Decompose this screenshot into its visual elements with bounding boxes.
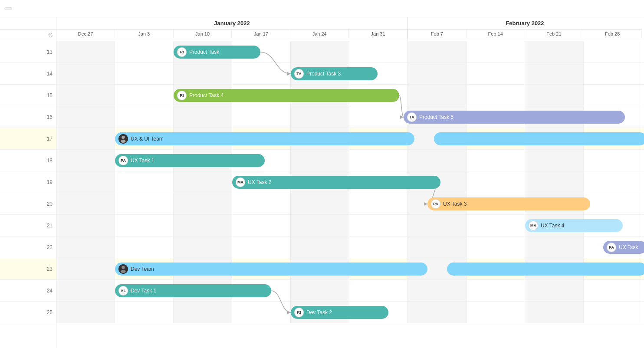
week-label: Jan 3 (115, 30, 174, 38)
grid-cell (291, 171, 349, 193)
grid-cell (525, 193, 584, 214)
grid-cell (232, 302, 291, 323)
row-number: 14 (0, 63, 56, 85)
grid-cell (408, 106, 467, 128)
grid-cell (291, 150, 349, 171)
grid-cell (56, 150, 115, 171)
row-number: 23 (0, 258, 56, 280)
grid-cell (525, 41, 584, 62)
week-label: Feb 21 (525, 30, 584, 38)
grid-cell (291, 106, 349, 128)
grid-cell (232, 236, 291, 258)
grid-cell (232, 258, 291, 279)
grid-cell (291, 258, 349, 279)
row-number: 15 (0, 85, 56, 106)
week-label: Jan 17 (232, 30, 290, 38)
grid-cell (291, 85, 349, 106)
app-header (0, 0, 644, 17)
week-label: Jan 31 (349, 30, 407, 38)
row-number: 22 (0, 236, 56, 258)
row-labels: 13141516171819202122232425 (0, 41, 56, 348)
week-label: Feb 7 (408, 30, 467, 38)
week-label: Dec 27 (56, 30, 115, 38)
grid-cell (291, 128, 349, 149)
grid-cell (115, 193, 174, 214)
grid-cell (467, 193, 525, 214)
grid-cell (467, 258, 525, 279)
grid-cell (115, 258, 174, 279)
grid-cell (174, 128, 232, 149)
grid-row (56, 280, 644, 302)
grid-cell (291, 41, 349, 62)
grid-cell (525, 236, 584, 258)
grid-cell (349, 63, 408, 84)
grid-cell (174, 193, 232, 214)
grid-cell (174, 63, 232, 84)
grid-cell (115, 215, 174, 236)
grid-cell (174, 215, 232, 236)
grid-cell (291, 63, 349, 84)
row-label-header: % (0, 17, 56, 41)
grid-cell (291, 280, 349, 301)
grid-cell (232, 63, 291, 84)
grid-cell (349, 302, 408, 323)
grid-cell (584, 106, 642, 128)
week-label: Jan 24 (290, 30, 349, 38)
grid-cell (174, 41, 232, 62)
grid-cell (56, 106, 115, 128)
row-number: 18 (0, 150, 56, 171)
grid-cell (174, 258, 232, 279)
grid-row (56, 63, 644, 85)
grid-row (56, 193, 644, 215)
grid-cell (115, 171, 174, 193)
grid-cell (408, 41, 467, 62)
grid-cell (174, 150, 232, 171)
timeline-header: % January 2022Dec 27Jan 3Jan 10Jan 17Jan… (0, 17, 644, 41)
grid-cell (584, 215, 642, 236)
grid-cell (232, 106, 291, 128)
grid-cell (115, 280, 174, 301)
row-number: 21 (0, 215, 56, 236)
grid-cell (115, 150, 174, 171)
grid-cell (408, 85, 467, 106)
gantt-container: % January 2022Dec 27Jan 3Jan 10Jan 17Jan… (0, 17, 644, 348)
grid-cell (291, 236, 349, 258)
grid-cell (408, 258, 467, 279)
grid-cell (408, 63, 467, 84)
grid-cell (56, 63, 115, 84)
row-number: 25 (0, 302, 56, 323)
grid-cell (174, 302, 232, 323)
grid-cell (115, 85, 174, 106)
grid-cell (56, 236, 115, 258)
grid-cell (408, 128, 467, 149)
grid-cell (408, 171, 467, 193)
grid-row (56, 236, 644, 258)
grid-cell (525, 106, 584, 128)
grid-cell (115, 63, 174, 84)
grid-cell (525, 302, 584, 323)
grid-cell (584, 171, 642, 193)
grid-cell (232, 128, 291, 149)
grid-cell (232, 85, 291, 106)
grid-cell (408, 302, 467, 323)
week-label: Feb 14 (467, 30, 525, 38)
grid-cell (349, 236, 408, 258)
grid-cell (349, 128, 408, 149)
grid-cell (584, 193, 642, 214)
grid-cell (115, 302, 174, 323)
grid-cell (525, 150, 584, 171)
row-number: 13 (0, 41, 56, 63)
grid-cell (174, 85, 232, 106)
grid-cell (408, 150, 467, 171)
grid-cell (349, 193, 408, 214)
grid-cell (525, 128, 584, 149)
grid-row (56, 85, 644, 106)
grid-cell (408, 193, 467, 214)
grid-row (56, 128, 644, 150)
grid-cell (232, 150, 291, 171)
grid-cell (525, 280, 584, 301)
grid-cell (467, 236, 525, 258)
grid-cell (584, 63, 642, 84)
grid-cell (174, 106, 232, 128)
grid-cell (56, 302, 115, 323)
